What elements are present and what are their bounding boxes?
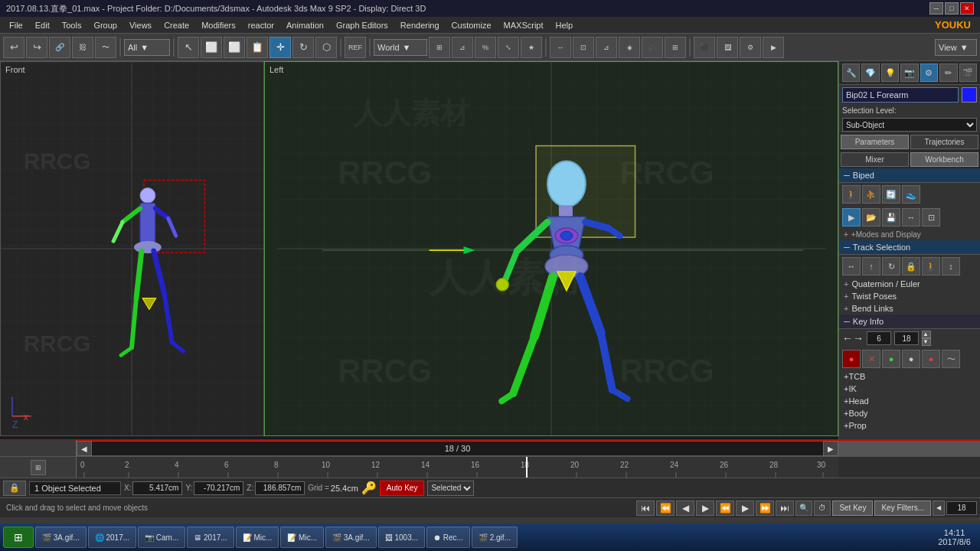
key-red-2-btn[interactable]: ● [922, 350, 940, 368]
place-highlight-button[interactable]: ◈ [619, 37, 640, 58]
snap-button[interactable]: ⊞ [429, 37, 450, 58]
menu-group[interactable]: Group [87, 19, 123, 31]
redo-button[interactable]: ↪ [26, 37, 47, 58]
taskbar-2gif[interactable]: 🎬 2.gif... [472, 527, 518, 548]
body-row[interactable]: +Body [839, 407, 980, 419]
biped-load-btn[interactable]: 📂 [862, 208, 880, 227]
tab-trajectories[interactable]: Trajectories [910, 135, 978, 149]
key-filters-button[interactable]: Key Filters... [874, 500, 931, 516]
z-coord-input[interactable] [255, 481, 305, 495]
menu-file[interactable]: File [3, 19, 29, 31]
timeline-next-btn[interactable]: ▶ [823, 441, 838, 456]
panel-icon-4[interactable]: 📷 [900, 64, 918, 82]
taskbar-browser[interactable]: 🌐 2017... [88, 527, 136, 548]
go-end-btn[interactable]: ⏭ [776, 500, 794, 516]
panel-icon-1[interactable]: 🔧 [842, 64, 860, 82]
key-wave-btn[interactable]: 〜 [942, 350, 960, 368]
mirror-button[interactable]: ↔ [550, 37, 571, 58]
twist-poses-row[interactable]: + Twist Poses [839, 290, 980, 302]
key-info-header[interactable]: ─ Key Info [839, 315, 980, 329]
maximize-button[interactable]: □ [945, 2, 959, 15]
align-camera-button[interactable]: 🎥 [642, 37, 663, 58]
biped-snap-btn[interactable]: ⊡ [922, 208, 940, 227]
key-green-btn[interactable]: ● [882, 350, 900, 368]
prev-key-btn[interactable]: ⏪ [656, 500, 675, 516]
prev-frame-btn[interactable]: ◀ [676, 500, 694, 516]
menu-graph-editors[interactable]: Graph Editors [330, 19, 394, 31]
undo-button[interactable]: ↩ [3, 37, 24, 58]
play-btn[interactable]: ▶ [696, 500, 714, 516]
tab-parameters[interactable]: Parameters [841, 135, 909, 149]
select-link-button[interactable]: 🔗 [49, 37, 70, 58]
set-key-button[interactable]: Set Key [832, 500, 873, 516]
align-view-button[interactable]: ⊞ [665, 37, 686, 58]
ik-row[interactable]: +IK [839, 383, 980, 395]
taskbar-2017[interactable]: 🖥 2017... [187, 527, 234, 548]
play-back-btn[interactable]: ⏪ [716, 500, 734, 516]
panel-icon-2[interactable]: 💎 [861, 64, 879, 82]
panel-icon-3[interactable]: 💡 [881, 64, 899, 82]
bend-links-row[interactable]: + Bend Links [839, 302, 980, 315]
prev-frame-mini-btn[interactable]: ◀ [933, 500, 945, 516]
next-key-btn[interactable]: ⏩ [756, 500, 774, 516]
track-sel-body[interactable]: 🚶 [922, 257, 940, 276]
select-rotate-button[interactable]: ↻ [292, 37, 314, 58]
time-config-btn[interactable]: ⏱ [814, 500, 831, 516]
render-scene-button[interactable]: 🖼 [717, 37, 738, 58]
named-sel-button[interactable]: ★ [521, 37, 542, 58]
minimize-button[interactable]: ─ [929, 2, 943, 15]
biped-move-btn[interactable]: 🚶 [842, 185, 861, 204]
biped-footstep-btn[interactable]: 👟 [902, 185, 920, 204]
key-spinner[interactable]: ▲ ▼ [922, 331, 931, 346]
sub-object-select[interactable]: Sub-Object [842, 118, 977, 132]
key-white-btn[interactable]: ● [902, 350, 920, 368]
tab-mixer[interactable]: Mixer [841, 152, 909, 167]
track-selection-header[interactable]: ─ Track Selection [839, 240, 980, 255]
menu-help[interactable]: Help [550, 19, 580, 31]
key-right-input[interactable] [894, 331, 919, 345]
track-sel-opp[interactable]: ↕ [942, 257, 960, 276]
panel-icon-7[interactable]: 🎬 [959, 64, 977, 82]
track-sel-prev[interactable]: ↔ [842, 257, 861, 276]
auto-key-button[interactable]: Auto Key [380, 481, 425, 496]
select-by-name-button[interactable]: 📋 [247, 37, 268, 58]
taskbar-1003[interactable]: 🖼 1003... [378, 527, 425, 548]
modes-display-row[interactable]: + +Modes and Display [839, 229, 980, 240]
selected-dropdown[interactable]: Selected [427, 481, 474, 496]
scale-button[interactable]: ⬡ [315, 37, 337, 58]
current-frame-input[interactable] [946, 501, 977, 515]
taskbar-camera[interactable]: 📷 Cam... [138, 527, 185, 548]
tcb-row[interactable]: +TCB [839, 370, 980, 383]
menu-animation[interactable]: Animation [280, 19, 330, 31]
unlink-button[interactable]: ⛓ [72, 37, 93, 58]
go-start-btn[interactable]: ⏮ [636, 500, 655, 516]
reference-button[interactable]: REF [345, 37, 366, 58]
select-region-button[interactable]: ⬜ [201, 37, 222, 58]
taskbar-rec[interactable]: ⏺ Rec... [426, 527, 470, 548]
key-dot-red[interactable]: ● [842, 350, 861, 368]
quick-render-button[interactable]: ▶ [763, 37, 784, 58]
next-frame-btn[interactable]: ▶ [736, 500, 754, 516]
select-move-button[interactable]: ✛ [270, 37, 291, 58]
y-coord-input[interactable] [194, 481, 243, 495]
key-left-input[interactable] [867, 331, 891, 345]
menu-modifiers[interactable]: Modifiers [195, 19, 242, 31]
head-row[interactable]: +Head [839, 395, 980, 407]
menu-maxscript[interactable]: MAXScript [498, 19, 550, 31]
track-label-icon[interactable]: ⊞ [31, 460, 46, 475]
view-dropdown[interactable]: View ▼ [935, 39, 977, 56]
taskbar-mic1[interactable]: 📝 Mic... [236, 527, 279, 548]
snap-angle-button[interactable]: ⊿ [452, 37, 473, 58]
selection-filter-dropdown[interactable]: All ▼ [124, 39, 170, 56]
close-button[interactable]: ✕ [960, 2, 974, 15]
frame-track[interactable]: 0 2 4 6 8 10 12 14 16 18 20 22 24 [77, 457, 838, 478]
reference-system-dropdown[interactable]: World ▼ [374, 39, 427, 56]
x-coord-input[interactable] [132, 481, 182, 495]
track-sel-up[interactable]: ↑ [862, 257, 880, 276]
taskbar-mic2[interactable]: 📝 Mic... [280, 527, 324, 548]
bone-color-swatch[interactable] [962, 87, 977, 103]
biped-run-btn[interactable]: ▶ [842, 208, 861, 227]
quaternion-row[interactable]: + Quaternion / Euler [839, 278, 980, 290]
select-object-button[interactable]: ↖ [178, 37, 199, 58]
normal-align-button[interactable]: ⊿ [596, 37, 617, 58]
